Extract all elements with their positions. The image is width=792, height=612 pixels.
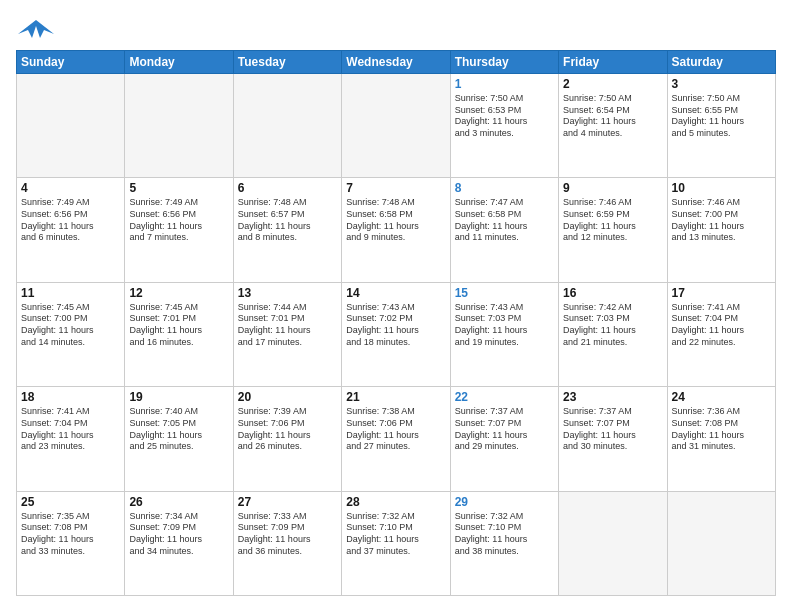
day-info: Sunrise: 7:32 AM Sunset: 7:10 PM Dayligh… — [455, 511, 554, 558]
day-info: Sunrise: 7:40 AM Sunset: 7:05 PM Dayligh… — [129, 406, 228, 453]
day-info: Sunrise: 7:49 AM Sunset: 6:56 PM Dayligh… — [129, 197, 228, 244]
day-number: 24 — [672, 390, 771, 404]
day-info: Sunrise: 7:43 AM Sunset: 7:03 PM Dayligh… — [455, 302, 554, 349]
calendar-cell: 24Sunrise: 7:36 AM Sunset: 7:08 PM Dayli… — [667, 387, 775, 491]
day-number: 2 — [563, 77, 662, 91]
calendar-table: SundayMondayTuesdayWednesdayThursdayFrid… — [16, 50, 776, 596]
calendar-header-thursday: Thursday — [450, 51, 558, 74]
calendar-cell: 18Sunrise: 7:41 AM Sunset: 7:04 PM Dayli… — [17, 387, 125, 491]
day-info: Sunrise: 7:48 AM Sunset: 6:57 PM Dayligh… — [238, 197, 337, 244]
day-info: Sunrise: 7:41 AM Sunset: 7:04 PM Dayligh… — [21, 406, 120, 453]
calendar-cell: 27Sunrise: 7:33 AM Sunset: 7:09 PM Dayli… — [233, 491, 341, 595]
calendar-cell: 5Sunrise: 7:49 AM Sunset: 6:56 PM Daylig… — [125, 178, 233, 282]
logo — [16, 16, 54, 42]
calendar-cell: 15Sunrise: 7:43 AM Sunset: 7:03 PM Dayli… — [450, 282, 558, 386]
calendar-cell — [342, 74, 450, 178]
day-number: 3 — [672, 77, 771, 91]
calendar-week-4: 18Sunrise: 7:41 AM Sunset: 7:04 PM Dayli… — [17, 387, 776, 491]
day-info: Sunrise: 7:50 AM Sunset: 6:55 PM Dayligh… — [672, 93, 771, 140]
calendar-cell: 2Sunrise: 7:50 AM Sunset: 6:54 PM Daylig… — [559, 74, 667, 178]
day-info: Sunrise: 7:33 AM Sunset: 7:09 PM Dayligh… — [238, 511, 337, 558]
calendar-cell: 21Sunrise: 7:38 AM Sunset: 7:06 PM Dayli… — [342, 387, 450, 491]
day-number: 25 — [21, 495, 120, 509]
calendar-cell: 10Sunrise: 7:46 AM Sunset: 7:00 PM Dayli… — [667, 178, 775, 282]
calendar-cell: 23Sunrise: 7:37 AM Sunset: 7:07 PM Dayli… — [559, 387, 667, 491]
calendar-week-3: 11Sunrise: 7:45 AM Sunset: 7:00 PM Dayli… — [17, 282, 776, 386]
day-info: Sunrise: 7:35 AM Sunset: 7:08 PM Dayligh… — [21, 511, 120, 558]
calendar-cell: 26Sunrise: 7:34 AM Sunset: 7:09 PM Dayli… — [125, 491, 233, 595]
day-info: Sunrise: 7:47 AM Sunset: 6:58 PM Dayligh… — [455, 197, 554, 244]
day-info: Sunrise: 7:48 AM Sunset: 6:58 PM Dayligh… — [346, 197, 445, 244]
calendar-cell: 12Sunrise: 7:45 AM Sunset: 7:01 PM Dayli… — [125, 282, 233, 386]
day-number: 29 — [455, 495, 554, 509]
day-number: 5 — [129, 181, 228, 195]
day-info: Sunrise: 7:32 AM Sunset: 7:10 PM Dayligh… — [346, 511, 445, 558]
day-number: 15 — [455, 286, 554, 300]
day-info: Sunrise: 7:42 AM Sunset: 7:03 PM Dayligh… — [563, 302, 662, 349]
calendar-cell: 19Sunrise: 7:40 AM Sunset: 7:05 PM Dayli… — [125, 387, 233, 491]
calendar-cell: 14Sunrise: 7:43 AM Sunset: 7:02 PM Dayli… — [342, 282, 450, 386]
day-number: 21 — [346, 390, 445, 404]
day-info: Sunrise: 7:49 AM Sunset: 6:56 PM Dayligh… — [21, 197, 120, 244]
page: SundayMondayTuesdayWednesdayThursdayFrid… — [0, 0, 792, 612]
calendar-cell — [667, 491, 775, 595]
day-info: Sunrise: 7:46 AM Sunset: 6:59 PM Dayligh… — [563, 197, 662, 244]
calendar-cell: 1Sunrise: 7:50 AM Sunset: 6:53 PM Daylig… — [450, 74, 558, 178]
day-number: 10 — [672, 181, 771, 195]
day-number: 12 — [129, 286, 228, 300]
day-info: Sunrise: 7:44 AM Sunset: 7:01 PM Dayligh… — [238, 302, 337, 349]
day-number: 9 — [563, 181, 662, 195]
header — [16, 16, 776, 42]
day-info: Sunrise: 7:34 AM Sunset: 7:09 PM Dayligh… — [129, 511, 228, 558]
calendar-cell: 29Sunrise: 7:32 AM Sunset: 7:10 PM Dayli… — [450, 491, 558, 595]
day-number: 11 — [21, 286, 120, 300]
day-number: 22 — [455, 390, 554, 404]
calendar-cell: 17Sunrise: 7:41 AM Sunset: 7:04 PM Dayli… — [667, 282, 775, 386]
day-info: Sunrise: 7:43 AM Sunset: 7:02 PM Dayligh… — [346, 302, 445, 349]
day-number: 16 — [563, 286, 662, 300]
logo-bird-icon — [18, 16, 54, 46]
day-info: Sunrise: 7:46 AM Sunset: 7:00 PM Dayligh… — [672, 197, 771, 244]
calendar-cell: 6Sunrise: 7:48 AM Sunset: 6:57 PM Daylig… — [233, 178, 341, 282]
calendar-week-5: 25Sunrise: 7:35 AM Sunset: 7:08 PM Dayli… — [17, 491, 776, 595]
calendar-header-tuesday: Tuesday — [233, 51, 341, 74]
day-number: 27 — [238, 495, 337, 509]
day-number: 14 — [346, 286, 445, 300]
day-info: Sunrise: 7:41 AM Sunset: 7:04 PM Dayligh… — [672, 302, 771, 349]
day-number: 17 — [672, 286, 771, 300]
calendar-cell: 3Sunrise: 7:50 AM Sunset: 6:55 PM Daylig… — [667, 74, 775, 178]
calendar-cell: 8Sunrise: 7:47 AM Sunset: 6:58 PM Daylig… — [450, 178, 558, 282]
calendar-header-friday: Friday — [559, 51, 667, 74]
day-number: 26 — [129, 495, 228, 509]
day-info: Sunrise: 7:39 AM Sunset: 7:06 PM Dayligh… — [238, 406, 337, 453]
calendar-header-sunday: Sunday — [17, 51, 125, 74]
day-number: 8 — [455, 181, 554, 195]
day-number: 18 — [21, 390, 120, 404]
calendar-header-wednesday: Wednesday — [342, 51, 450, 74]
day-number: 13 — [238, 286, 337, 300]
calendar-cell: 20Sunrise: 7:39 AM Sunset: 7:06 PM Dayli… — [233, 387, 341, 491]
day-info: Sunrise: 7:37 AM Sunset: 7:07 PM Dayligh… — [563, 406, 662, 453]
day-info: Sunrise: 7:50 AM Sunset: 6:53 PM Dayligh… — [455, 93, 554, 140]
day-info: Sunrise: 7:50 AM Sunset: 6:54 PM Dayligh… — [563, 93, 662, 140]
day-info: Sunrise: 7:37 AM Sunset: 7:07 PM Dayligh… — [455, 406, 554, 453]
day-number: 1 — [455, 77, 554, 91]
svg-marker-0 — [18, 20, 54, 38]
day-number: 6 — [238, 181, 337, 195]
calendar-cell — [17, 74, 125, 178]
calendar-header-saturday: Saturday — [667, 51, 775, 74]
calendar-cell: 4Sunrise: 7:49 AM Sunset: 6:56 PM Daylig… — [17, 178, 125, 282]
calendar-cell: 11Sunrise: 7:45 AM Sunset: 7:00 PM Dayli… — [17, 282, 125, 386]
calendar-week-2: 4Sunrise: 7:49 AM Sunset: 6:56 PM Daylig… — [17, 178, 776, 282]
calendar-cell: 25Sunrise: 7:35 AM Sunset: 7:08 PM Dayli… — [17, 491, 125, 595]
day-number: 4 — [21, 181, 120, 195]
calendar-header-row: SundayMondayTuesdayWednesdayThursdayFrid… — [17, 51, 776, 74]
day-number: 7 — [346, 181, 445, 195]
day-number: 19 — [129, 390, 228, 404]
calendar-cell — [125, 74, 233, 178]
calendar-cell: 13Sunrise: 7:44 AM Sunset: 7:01 PM Dayli… — [233, 282, 341, 386]
day-number: 28 — [346, 495, 445, 509]
day-info: Sunrise: 7:36 AM Sunset: 7:08 PM Dayligh… — [672, 406, 771, 453]
calendar-cell: 16Sunrise: 7:42 AM Sunset: 7:03 PM Dayli… — [559, 282, 667, 386]
calendar-cell: 9Sunrise: 7:46 AM Sunset: 6:59 PM Daylig… — [559, 178, 667, 282]
